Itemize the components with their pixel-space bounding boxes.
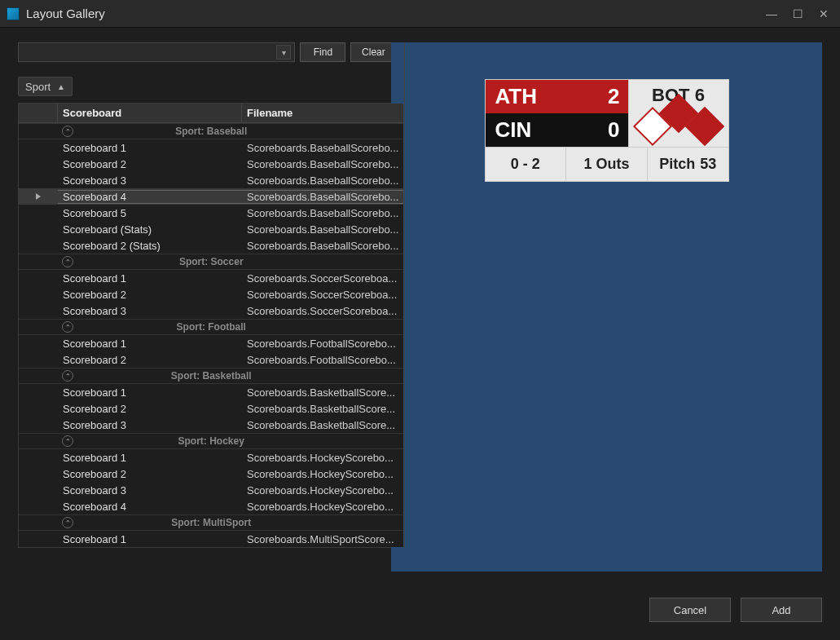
table-row[interactable]: Scoreboard 3Scoreboards.HockeyScorebo... xyxy=(19,482,403,498)
table-row[interactable]: Scoreboard 2 (Stats)Scoreboards.Baseball… xyxy=(19,237,403,254)
table-row[interactable]: Scoreboard 3Scoreboards.SoccerScoreboa..… xyxy=(19,302,403,319)
collapse-icon[interactable]: ⌃ xyxy=(62,321,73,333)
group-row[interactable]: ⌃Sport: Soccer xyxy=(19,254,403,270)
clear-button[interactable]: Clear xyxy=(350,42,396,62)
close-button[interactable]: ✕ xyxy=(812,4,835,24)
group-label: Sport: Baseball xyxy=(175,126,247,137)
group-label: Sport: Hockey xyxy=(178,435,244,447)
selected-row-icon xyxy=(36,193,41,200)
collapse-icon[interactable]: ⌃ xyxy=(62,370,73,382)
column-header-filename[interactable]: Filename xyxy=(242,104,403,122)
count-cell: 0 - 2 xyxy=(486,148,567,181)
bases-diamond-icon xyxy=(634,108,723,142)
cell-scoreboard: Scoreboard 5 xyxy=(58,207,242,219)
table-row[interactable]: Scoreboard 2Scoreboards.BasketballScore.… xyxy=(19,400,403,417)
row-indicator xyxy=(19,351,58,368)
cell-filename: Scoreboards.BaseballScorebo... xyxy=(242,142,403,154)
cell-filename: Scoreboards.HockeyScorebo... xyxy=(242,452,403,464)
minimize-button[interactable]: — xyxy=(760,4,783,24)
table-row[interactable]: Scoreboard 4Scoreboards.BaseballScorebo.… xyxy=(19,188,403,205)
table-row[interactable]: Scoreboard 5Scoreboards.BaseballScorebo.… xyxy=(19,205,403,221)
away-team-row: ATH 2 xyxy=(486,80,628,113)
table-row[interactable]: Scoreboard 4Scoreboards.HockeyScorebo... xyxy=(19,498,403,514)
search-combo[interactable]: ▾ xyxy=(18,42,295,62)
row-indicator xyxy=(19,237,58,254)
table-row[interactable]: Scoreboard 1Scoreboards.SoccerScoreboa..… xyxy=(19,270,403,286)
group-by-pill[interactable]: Sport ▲ xyxy=(18,77,73,96)
cell-filename: Scoreboards.BaseballScorebo... xyxy=(242,174,403,187)
cell-scoreboard: Scoreboard 3 xyxy=(58,484,242,497)
column-header-scoreboard[interactable]: Scoreboard xyxy=(58,104,242,122)
table-row[interactable]: Scoreboard 1Scoreboards.FootballScorebo.… xyxy=(19,335,403,351)
outs-value: 1 Outs xyxy=(584,156,630,173)
cancel-button[interactable]: Cancel xyxy=(649,598,731,622)
table-row[interactable]: Scoreboard 1Scoreboards.BaseballScorebo.… xyxy=(19,139,403,156)
group-row[interactable]: ⌃Sport: Hockey xyxy=(19,433,403,449)
maximize-button[interactable]: ☐ xyxy=(786,4,809,24)
table-row[interactable]: Scoreboard (Stats)Scoreboards.BaseballSc… xyxy=(19,221,403,237)
table-row[interactable]: Scoreboard 2Scoreboards.FootballScorebo.… xyxy=(19,351,403,368)
group-row[interactable]: ⌃Sport: Football xyxy=(19,319,403,335)
panel-scrollbar[interactable] xyxy=(404,42,405,548)
window-title: Layout Gallery xyxy=(26,7,105,20)
row-indicator xyxy=(19,156,58,172)
cell-scoreboard: Scoreboard 2 xyxy=(58,158,242,170)
cell-filename: Scoreboards.BasketballScore... xyxy=(242,386,403,399)
away-team-score: 2 xyxy=(608,84,619,109)
table-row[interactable]: Scoreboard 3Scoreboards.BasketballScore.… xyxy=(19,417,403,433)
preview-panel: ATH 2 CIN 0 BOT 6 xyxy=(391,42,822,572)
cell-filename: Scoreboards.HockeyScorebo... xyxy=(242,501,403,513)
find-button[interactable]: Find xyxy=(300,42,345,62)
cell-filename: Scoreboards.BaseballScorebo... xyxy=(242,158,403,170)
cell-scoreboard: Scoreboard 4 xyxy=(58,190,242,204)
away-team-abbr: ATH xyxy=(495,84,538,109)
table-row[interactable]: Scoreboard 1Scoreboards.HockeyScorebo... xyxy=(19,449,403,466)
collapse-icon[interactable]: ⌃ xyxy=(62,126,73,137)
collapse-icon[interactable]: ⌃ xyxy=(62,256,73,267)
table-row[interactable]: Scoreboard 2Scoreboards.BaseballScorebo.… xyxy=(19,156,403,172)
row-indicator xyxy=(19,172,58,188)
cell-scoreboard: Scoreboard (Stats) xyxy=(58,223,242,236)
pitch-count: 53 xyxy=(700,156,716,173)
row-indicator xyxy=(19,400,58,417)
pitch-label: Pitch xyxy=(659,156,695,173)
cell-scoreboard: Scoreboard 4 xyxy=(58,501,242,513)
cell-filename: Scoreboards.SoccerScoreboa... xyxy=(242,305,403,317)
collapse-icon[interactable]: ⌃ xyxy=(62,435,73,447)
row-indicator xyxy=(19,286,58,302)
row-indicator xyxy=(19,335,58,351)
table-row[interactable]: Scoreboard 1Scoreboards.MultiSportScore.… xyxy=(19,531,403,547)
group-label: Sport: Basketball xyxy=(171,370,252,382)
add-button[interactable]: Add xyxy=(741,598,822,622)
row-indicator xyxy=(19,417,58,433)
row-indicator xyxy=(19,384,58,400)
group-row[interactable]: ⌃Sport: MultiSport xyxy=(19,514,403,531)
table-row[interactable]: Scoreboard 2Scoreboards.SoccerScoreboa..… xyxy=(19,286,403,302)
group-row[interactable]: ⌃Sport: Baseball xyxy=(19,123,403,139)
cell-scoreboard: Scoreboard 1 xyxy=(58,272,242,285)
home-team-row: CIN 0 xyxy=(486,113,628,147)
count-value: 0 - 2 xyxy=(511,156,540,173)
group-label: Sport: Soccer xyxy=(179,256,244,267)
chevron-down-icon[interactable]: ▾ xyxy=(276,45,291,60)
cell-scoreboard: Scoreboard 2 xyxy=(58,289,242,301)
group-row[interactable]: ⌃Sport: Basketball xyxy=(19,368,403,384)
home-team-abbr: CIN xyxy=(495,117,532,143)
row-indicator xyxy=(19,498,58,514)
cell-scoreboard: Scoreboard 2 xyxy=(58,403,242,415)
row-indicator xyxy=(19,531,58,547)
row-indicator xyxy=(19,205,58,221)
title-bar: Layout Gallery — ☐ ✕ xyxy=(0,0,840,28)
cell-scoreboard: Scoreboard 1 xyxy=(58,338,242,350)
row-indicator xyxy=(19,302,58,319)
table-row[interactable]: Scoreboard 1Scoreboards.BasketballScore.… xyxy=(19,384,403,400)
cell-filename: Scoreboards.SoccerScoreboa... xyxy=(242,289,403,301)
group-label: Sport: MultiSport xyxy=(171,517,251,528)
cell-filename: Scoreboards.BaseballScorebo... xyxy=(242,190,403,204)
cell-scoreboard: Scoreboard 1 xyxy=(58,533,242,545)
cell-filename: Scoreboards.BaseballScorebo... xyxy=(242,207,403,219)
row-indicator xyxy=(19,449,58,466)
collapse-icon[interactable]: ⌃ xyxy=(62,517,73,528)
table-row[interactable]: Scoreboard 2Scoreboards.HockeyScorebo... xyxy=(19,466,403,482)
table-row[interactable]: Scoreboard 3Scoreboards.BaseballScorebo.… xyxy=(19,172,403,188)
